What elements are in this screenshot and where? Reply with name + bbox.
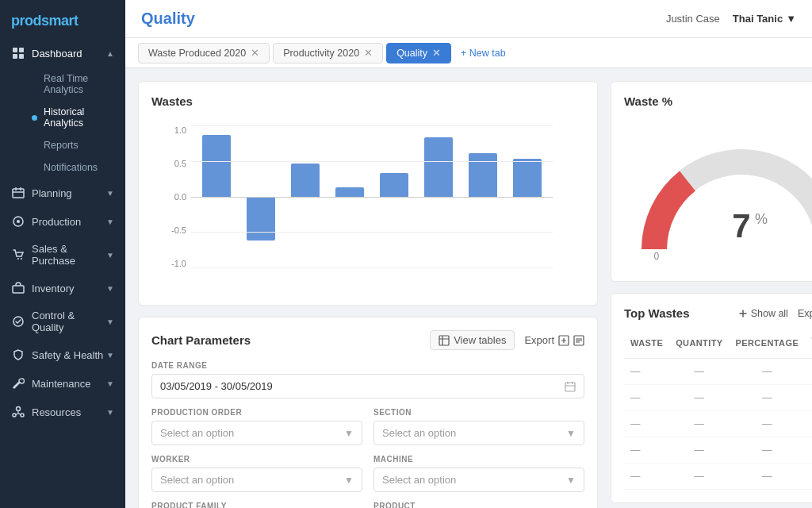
section-placeholder: Select an option	[382, 427, 456, 439]
sidebar-item-notifications[interactable]: Notifications	[0, 156, 125, 179]
waste-cell-4: —	[624, 437, 669, 464]
top-wastes-title: Top Wastes	[624, 306, 690, 320]
production-order-select[interactable]: Select an option ▼	[151, 421, 362, 445]
quantity-cell-3: —	[669, 411, 729, 437]
bar-5	[372, 125, 416, 268]
chevron-down-icon: ▼	[106, 189, 114, 198]
calendar-icon	[565, 381, 576, 392]
waste-percent-title: Waste %	[624, 94, 812, 108]
worker-placeholder: Select an option	[160, 474, 234, 486]
section-select[interactable]: Select an option ▼	[373, 421, 584, 445]
sidebar-item-sales[interactable]: Sales & Purchase ▼	[0, 236, 125, 274]
tab-waste-2020[interactable]: Waste Produced 2020 ✕	[138, 43, 270, 64]
svg-rect-2	[13, 54, 17, 59]
csv-icon	[573, 335, 584, 346]
account-switcher[interactable]: Thai Tanic ▼	[733, 13, 796, 25]
new-tab-label: + New tab	[461, 48, 506, 59]
top-wastes-header: Top Wastes Show all Export	[624, 306, 812, 320]
production-icon	[11, 214, 25, 229]
table-body: — — — — — — — — — —	[624, 359, 812, 490]
sidebar: prodsmart Dashboard ▲ Real Time Analytic…	[0, 0, 125, 508]
table-row: — — — —	[624, 464, 812, 490]
planning-icon	[11, 186, 25, 200]
tab-productivity-2020[interactable]: Productivity 2020 ✕	[273, 43, 383, 64]
sidebar-item-dashboard[interactable]: Dashboard ▲	[0, 39, 125, 67]
sidebar-item-production[interactable]: Production ▼	[0, 207, 125, 236]
dashboard-icon	[11, 46, 25, 60]
realtime-label: Real Time Analytics	[44, 73, 114, 95]
user-name: Justin Case	[666, 13, 720, 25]
sidebar-item-control[interactable]: Control & Quality ▼	[0, 302, 125, 341]
production-order-group: PRODUCTION ORDER Select an option ▼	[151, 408, 362, 445]
table-header: WASTE QUANTITY PERCENTAGE QUALITY INDEX	[624, 328, 812, 359]
control-label: Control & Quality	[32, 310, 106, 333]
col-quality-index: QUALITY INDEX	[805, 328, 812, 359]
topbar-user: Justin Case Thai Tanic ▼	[666, 13, 796, 25]
y-label-2: 0.5	[155, 159, 186, 168]
resources-icon	[11, 405, 25, 419]
section-label: SECTION	[373, 408, 584, 417]
percentage-cell-1: —	[730, 359, 806, 385]
gauge-min-label: 0	[654, 251, 660, 262]
table-row: — — — —	[624, 385, 812, 411]
view-tables-button[interactable]: View tables	[430, 330, 515, 350]
sidebar-item-resources[interactable]: Resources ▼	[0, 398, 125, 426]
worker-chevron-icon: ▼	[344, 475, 354, 486]
bar-8	[505, 125, 550, 268]
show-all-label: Show all	[751, 308, 788, 319]
bar-4	[327, 125, 372, 268]
quality-index-cell-3: —	[805, 411, 812, 437]
date-range-input[interactable]: 03/05/2019 - 30/05/2019	[151, 374, 584, 398]
export-button[interactable]: Export	[524, 334, 584, 346]
table-row: — — — —	[624, 437, 812, 464]
tab-waste-close-icon[interactable]: ✕	[251, 48, 259, 58]
svg-point-8	[21, 258, 22, 260]
expand-icon	[738, 309, 748, 318]
top-wastes-actions: Show all Export PDF CSV	[738, 308, 812, 319]
worker-group: WORKER Select an option ▼	[151, 455, 362, 492]
sidebar-item-safety[interactable]: Safety & Health ▼	[0, 341, 125, 369]
wastes-chart-title: Wastes	[151, 94, 584, 108]
worker-label: WORKER	[151, 455, 362, 464]
show-all-button[interactable]: Show all	[738, 308, 788, 319]
worker-select[interactable]: Select an option ▼	[151, 468, 362, 492]
sidebar-item-planning[interactable]: Planning ▼	[0, 179, 125, 207]
sidebar-item-inventory[interactable]: Inventory ▼	[0, 274, 125, 302]
pdf-icon	[558, 335, 569, 346]
bar-chart: 1.0 0.5 0.0 -0.5 -1.0	[151, 117, 584, 292]
maintenance-label: Maintenance	[32, 378, 90, 390]
bar-6	[416, 125, 461, 268]
sidebar-item-realtime[interactable]: Real Time Analytics	[0, 67, 125, 101]
product-group: PRODUCT Select an option ▼	[373, 502, 584, 508]
quality-index-cell-5: —	[805, 464, 812, 490]
sidebar-item-historical[interactable]: Historical Analytics	[0, 101, 125, 134]
top-wastes-card: Top Wastes Show all Export	[611, 293, 812, 503]
tab-new[interactable]: + New tab	[454, 44, 512, 62]
gauge-labels: 0 100	[654, 251, 812, 262]
table-export-label: Export	[798, 308, 812, 319]
params-actions: View tables Export	[430, 330, 584, 350]
col-percentage: PERCENTAGE	[730, 328, 806, 359]
bar-3	[283, 125, 327, 268]
tab-productivity-close-icon[interactable]: ✕	[364, 48, 373, 58]
product-label: PRODUCT	[373, 502, 584, 508]
sidebar-dashboard-label: Dashboard	[32, 48, 82, 60]
bar-1	[194, 125, 239, 268]
sidebar-item-maintenance[interactable]: Maintenance ▼	[0, 369, 125, 398]
production-chevron-icon: ▼	[344, 428, 354, 439]
waste-cell-5: —	[624, 464, 669, 490]
table-export-button[interactable]: Export PDF CSV	[798, 308, 812, 319]
main-area: Quality Justin Case Thai Tanic ▼ Waste P…	[125, 0, 812, 508]
worker-machine-row: WORKER Select an option ▼ MACHINE Select…	[151, 455, 584, 492]
machine-select[interactable]: Select an option ▼	[373, 468, 584, 492]
panel-left: Wastes 1.0 0.5 0.0 -0.5 -1.0	[138, 81, 598, 495]
section-group: SECTION Select an option ▼	[373, 408, 584, 445]
inventory-icon	[11, 281, 25, 295]
sidebar-item-reports[interactable]: Reports	[0, 134, 125, 156]
production-order-label: PRODUCTION ORDER	[151, 408, 362, 417]
tab-quality[interactable]: Quality ✕	[386, 43, 451, 64]
svg-rect-1	[19, 48, 24, 52]
wastes-chart-card: Wastes 1.0 0.5 0.0 -0.5 -1.0	[138, 81, 598, 306]
table-row: — — — —	[624, 411, 812, 437]
tab-quality-close-icon[interactable]: ✕	[432, 48, 441, 58]
